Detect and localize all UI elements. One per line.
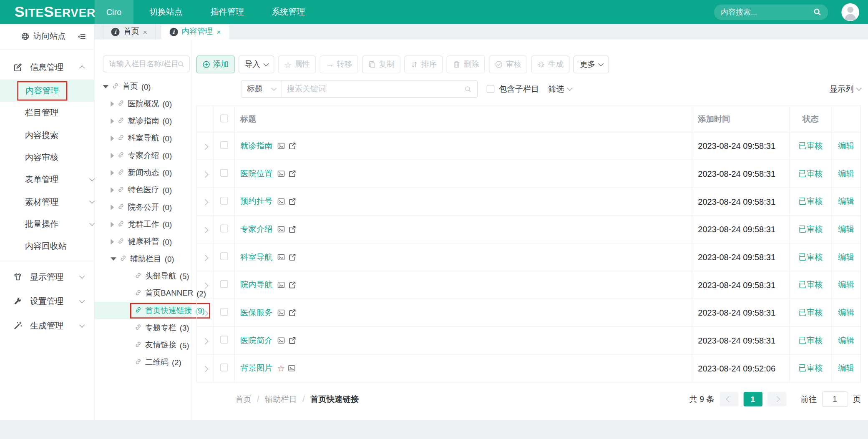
tree-item[interactable]: 友情链接 (5) (103, 336, 191, 354)
tree-caret-icon[interactable] (111, 135, 114, 141)
tree-item[interactable]: 首页 (0) (103, 78, 191, 95)
tree-item[interactable]: 首页快速链接 (9) (95, 302, 191, 319)
row-edit-link[interactable]: 编辑 (838, 169, 854, 178)
row-expand-icon[interactable] (202, 282, 208, 288)
row-title-link[interactable]: 医保服务 (240, 307, 272, 318)
tree-caret-icon[interactable] (111, 170, 114, 175)
row-edit-link[interactable]: 编辑 (838, 197, 854, 206)
tree-caret-icon[interactable] (111, 221, 114, 227)
row-checkbox[interactable] (220, 308, 228, 316)
tree-item[interactable]: 科室导航 (0) (103, 130, 191, 147)
topbar-menu-item[interactable]: 插件管理 (199, 0, 256, 24)
row-edit-link[interactable]: 编辑 (838, 225, 854, 233)
sidebar-item[interactable]: 内容搜索 (0, 124, 94, 146)
sidebar-item[interactable]: 素材管理 (0, 191, 94, 213)
row-checkbox[interactable] (220, 280, 228, 288)
toolbar-button[interactable]: 导入 (239, 55, 274, 73)
search-icon[interactable] (464, 85, 471, 93)
search-icon[interactable] (177, 60, 184, 68)
row-checkbox[interactable] (220, 252, 228, 260)
row-edit-link[interactable]: 编辑 (838, 336, 854, 344)
select-all-checkbox[interactable] (220, 114, 228, 122)
sidebar-item[interactable]: 表单管理 (0, 168, 94, 191)
visit-site-button[interactable]: 访问站点 (0, 24, 94, 49)
filter-dropdown[interactable]: 筛选 (548, 84, 571, 94)
tree-caret-icon[interactable] (111, 257, 116, 261)
logo[interactable]: SITESERVER (0, 0, 95, 24)
tree-caret-icon[interactable] (103, 85, 108, 88)
row-title-link[interactable]: 科室导航 (240, 252, 272, 262)
row-checkbox[interactable] (220, 197, 228, 205)
topbar-menu-item[interactable]: Ciro (95, 0, 133, 24)
row-expand-icon[interactable] (202, 171, 208, 177)
toolbar-button[interactable]: → 转移 (320, 55, 358, 73)
sidebar-item[interactable]: 批量操作 (0, 213, 94, 235)
row-title-link[interactable]: 就诊指南 (240, 140, 272, 151)
sidebar-item[interactable]: 栏目管理 (0, 102, 94, 124)
tree-caret-icon[interactable] (111, 153, 114, 158)
display-columns-dropdown[interactable]: 显示列 (830, 84, 861, 94)
toolbar-button[interactable]: 更多 (574, 55, 609, 73)
tree-item[interactable]: 二维码 (2) (103, 354, 191, 371)
sidebar-item[interactable]: 内容回收站 (0, 235, 94, 257)
search-icon[interactable] (813, 8, 821, 16)
toolbar-button[interactable]: 复制 (362, 55, 401, 73)
search-field-select[interactable]: 标题 (242, 80, 282, 97)
row-checkbox[interactable] (220, 141, 228, 149)
goto-page-input[interactable]: 1 (822, 391, 848, 407)
current-page-button[interactable]: 1 (743, 392, 762, 406)
row-checkbox[interactable] (220, 364, 228, 371)
sidebar-item[interactable]: 设置管理 (0, 289, 94, 314)
row-checkbox[interactable] (220, 336, 228, 344)
row-edit-link[interactable]: 编辑 (838, 252, 854, 261)
close-icon[interactable]: × (143, 28, 147, 36)
row-checkbox[interactable] (220, 225, 228, 233)
tree-caret-icon[interactable] (111, 101, 114, 106)
row-checkbox[interactable] (220, 169, 228, 177)
prev-page-button[interactable] (720, 392, 738, 406)
keyword-search-input[interactable]: 搜索关键词 (282, 80, 477, 97)
tree-item[interactable]: 新闻动态 (0) (103, 164, 191, 181)
breadcrumb-item[interactable]: 辅助栏目 (265, 394, 297, 404)
next-page-button[interactable] (767, 392, 786, 406)
toolbar-button[interactable]: 审核 (489, 55, 528, 73)
content-search-input[interactable]: 内容搜索... (714, 4, 828, 20)
breadcrumb-item[interactable]: 首页 (235, 394, 252, 404)
row-expand-icon[interactable] (202, 366, 208, 372)
row-edit-link[interactable]: 编辑 (838, 141, 854, 150)
toolbar-button[interactable]: ☆ 属性 (278, 55, 316, 73)
row-title-link[interactable]: 背景图片 (240, 363, 272, 374)
tree-item[interactable]: 医院概况 (0) (103, 95, 191, 112)
sidebar-item[interactable]: 内容审核 (0, 146, 94, 168)
tree-item[interactable]: 院务公开 (0) (103, 198, 191, 216)
row-edit-link[interactable]: 编辑 (838, 364, 854, 372)
collapse-menu-icon[interactable] (77, 32, 86, 41)
row-edit-link[interactable]: 编辑 (838, 280, 854, 289)
tab[interactable]: i 首页 × (103, 24, 156, 39)
topbar-menu-item[interactable]: 系统管理 (260, 0, 317, 24)
tree-item[interactable]: 就诊指南 (0) (103, 112, 191, 129)
tab[interactable]: i 内容管理 × (161, 24, 229, 39)
toolbar-button[interactable]: 排序 (405, 55, 443, 73)
tree-item[interactable]: 辅助栏目 (0) (103, 250, 191, 267)
row-expand-icon[interactable] (202, 338, 208, 344)
tree-caret-icon[interactable] (111, 239, 114, 244)
channel-search-input[interactable]: 请输入栏目名称/栏目Id (103, 55, 190, 72)
sidebar-item[interactable]: 信息管理 (0, 55, 94, 80)
tree-caret-icon[interactable] (111, 118, 114, 123)
tree-caret-icon[interactable] (111, 204, 114, 210)
sidebar-item[interactable]: 内容管理 (0, 80, 94, 102)
tree-item[interactable]: 头部导航 (5) (103, 267, 191, 284)
tree-caret-icon[interactable] (111, 187, 114, 193)
toolbar-button[interactable]: 添加 (196, 55, 235, 73)
checkbox[interactable] (487, 85, 495, 93)
row-title-link[interactable]: 院内导航 (240, 280, 272, 290)
row-title-link[interactable]: 预约挂号 (240, 196, 272, 207)
tree-item[interactable]: 专题专栏 (3) (103, 319, 191, 336)
toolbar-button[interactable]: 删除 (447, 55, 485, 73)
row-title-link[interactable]: 医院简介 (240, 335, 272, 346)
row-expand-icon[interactable] (202, 310, 208, 316)
row-expand-icon[interactable] (202, 254, 208, 261)
close-icon[interactable]: × (216, 28, 221, 36)
sidebar-item[interactable]: 生成管理 (0, 314, 94, 338)
